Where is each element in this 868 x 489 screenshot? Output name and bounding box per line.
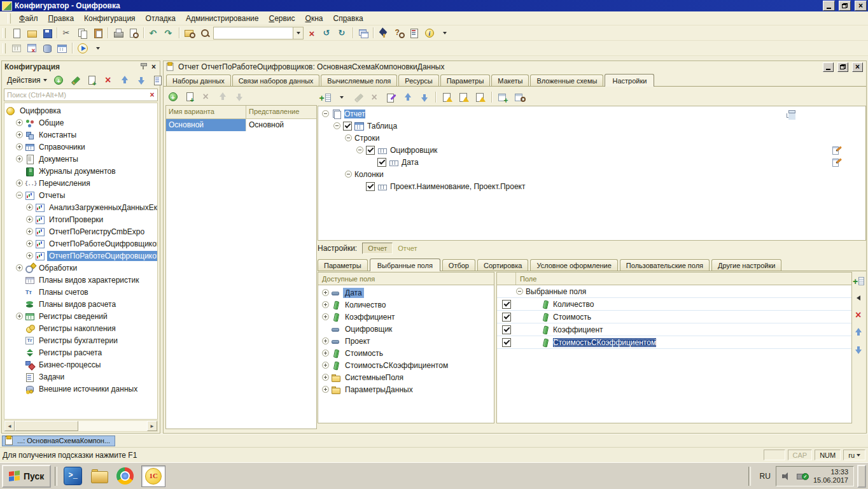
- expand-icon[interactable]: [26, 204, 33, 211]
- help-search-button[interactable]: [391, 26, 406, 40]
- menu-item-2[interactable]: Конфигурация: [79, 12, 141, 25]
- syntax-helper-button[interactable]: [407, 26, 421, 40]
- scroll-right-button[interactable]: ►: [147, 421, 157, 431]
- tray-language-indicator[interactable]: RU: [755, 472, 776, 481]
- expand-icon[interactable]: [322, 386, 329, 393]
- expand-icon[interactable]: [322, 362, 329, 369]
- scroll-left-button[interactable]: ◄: [4, 421, 15, 431]
- expand-icon[interactable]: [16, 264, 23, 271]
- new-button[interactable]: [9, 26, 24, 40]
- minimize-button[interactable]: [823, 1, 835, 11]
- available-field-item[interactable]: Дата: [318, 287, 494, 299]
- structure-tree-item[interactable]: Таблица: [318, 120, 865, 132]
- gear-find-button[interactable]: [512, 90, 527, 104]
- find-input[interactable]: [214, 29, 293, 38]
- config-tree-item[interactable]: Журналы документов: [4, 165, 157, 177]
- configure-db-button[interactable]: [24, 41, 39, 55]
- collapse-icon[interactable]: [516, 288, 523, 295]
- tab-schema-5[interactable]: Макеты: [491, 74, 529, 86]
- move-up-button[interactable]: [851, 325, 866, 339]
- scrollbar-thumb[interactable]: [15, 421, 78, 431]
- redo-button[interactable]: [162, 26, 176, 40]
- collapse-left-button[interactable]: [851, 291, 866, 305]
- config-tree-item[interactable]: ОтчетПоРаботеОцифровщиковСФИ: [4, 250, 157, 262]
- structure-tree-item[interactable]: Отчет: [318, 108, 865, 120]
- menu-item-7[interactable]: Справка: [328, 12, 368, 25]
- pin-icon[interactable]: [140, 63, 146, 71]
- restore-button[interactable]: [839, 1, 851, 11]
- checkbox[interactable]: [343, 122, 352, 131]
- tab-schema-3[interactable]: Ресурсы: [398, 74, 438, 86]
- structure-tree-item[interactable]: Проект.Наименование, Проект.Проект: [318, 180, 865, 192]
- config-tree-item[interactable]: Планы счетов: [4, 286, 157, 298]
- available-field-item[interactable]: Количество: [318, 299, 494, 311]
- window-tab-active[interactable]: ...: ОсновнаяСхемаКомпон...: [2, 436, 115, 446]
- load-settings-button[interactable]: [456, 90, 471, 104]
- read-settings-button[interactable]: [440, 90, 454, 104]
- menu-item-5[interactable]: Сервис: [263, 12, 300, 25]
- tab-schema-6[interactable]: Вложенные схемы: [530, 74, 603, 86]
- menu-item-0[interactable]: Файл: [14, 12, 43, 25]
- checkbox[interactable]: [377, 158, 386, 167]
- selected-fields-group-row[interactable]: Выбранные поля: [497, 285, 851, 298]
- volume-icon[interactable]: [781, 472, 791, 481]
- gear-add-button[interactable]: [496, 90, 510, 104]
- toolbar-grip[interactable]: [3, 43, 6, 53]
- variant-cell[interactable]: Основной: [166, 119, 246, 131]
- delete-button[interactable]: [101, 73, 116, 87]
- checkbox[interactable]: [502, 325, 511, 334]
- menu-item-6[interactable]: Окна: [300, 12, 328, 25]
- tab-settings-0[interactable]: Параметры: [318, 259, 368, 271]
- tab-schema-4[interactable]: Параметры: [440, 74, 491, 86]
- add-field-button[interactable]: [851, 274, 866, 288]
- expand-icon[interactable]: [16, 119, 23, 126]
- collapse-icon[interactable]: [322, 110, 329, 117]
- config-tree-item[interactable]: Внешние источники данных: [4, 383, 157, 395]
- config-tree-item[interactable]: Бизнес-процессы: [4, 358, 157, 371]
- find-in-files-button[interactable]: [182, 26, 197, 40]
- add-button[interactable]: [52, 73, 66, 87]
- collapse-icon[interactable]: [16, 192, 23, 199]
- expand-icon[interactable]: [322, 289, 329, 296]
- available-field-item[interactable]: СистемныеПоля: [318, 371, 494, 383]
- move-up-button[interactable]: [400, 90, 415, 104]
- appearance-icon[interactable]: [832, 157, 843, 167]
- horizontal-scrollbar[interactable]: ◄ ►: [4, 420, 158, 432]
- config-tree-item[interactable]: Регистры расчета: [4, 346, 157, 358]
- open-object-button[interactable]: [55, 41, 69, 55]
- paste-button[interactable]: [90, 26, 105, 40]
- config-tree-item[interactable]: Задачи: [4, 371, 157, 383]
- cut-button[interactable]: [60, 26, 74, 40]
- combo-dropdown-button[interactable]: [293, 27, 303, 39]
- selected-field-row[interactable]: Стоимость: [497, 311, 851, 323]
- undo-button[interactable]: [146, 26, 161, 40]
- tab-settings-1[interactable]: Выбранные поля: [370, 259, 440, 271]
- copy-add-button[interactable]: [182, 90, 197, 104]
- expand-icon[interactable]: [16, 143, 23, 150]
- chrome-icon[interactable]: [116, 467, 134, 485]
- dropdown-caret-button[interactable]: [90, 41, 105, 55]
- expand-icon[interactable]: [322, 313, 329, 320]
- checkbox[interactable]: [502, 338, 511, 347]
- menu-item-3[interactable]: Отладка: [141, 12, 181, 25]
- variant-cell[interactable]: Основной: [246, 119, 316, 131]
- config-tree-item[interactable]: Общие: [4, 117, 157, 129]
- doc-restore-button[interactable]: [837, 62, 848, 72]
- show-desktop-button[interactable]: [857, 465, 866, 488]
- field-column-header[interactable]: Поле: [516, 275, 540, 283]
- available-field-item[interactable]: СтоимостьСКоэффициентом: [318, 359, 494, 371]
- expand-icon[interactable]: [26, 216, 33, 223]
- tab-settings-2[interactable]: Отбор: [442, 259, 475, 271]
- available-field-item[interactable]: Коэффициент: [318, 311, 494, 323]
- move-down-button[interactable]: [851, 343, 866, 357]
- column-header-variant-name[interactable]: Имя варианта: [166, 106, 246, 118]
- expand-icon[interactable]: [16, 155, 23, 162]
- edit-button[interactable]: [351, 90, 365, 104]
- delete-button[interactable]: [367, 90, 382, 104]
- close-button[interactable]: [855, 1, 867, 11]
- tab-settings-3[interactable]: Сортировка: [477, 259, 528, 271]
- find-button[interactable]: [197, 26, 212, 40]
- info-button[interactable]: [422, 26, 437, 40]
- checkbox[interactable]: [502, 300, 511, 309]
- tab-settings-5[interactable]: Пользовательские поля: [620, 259, 710, 271]
